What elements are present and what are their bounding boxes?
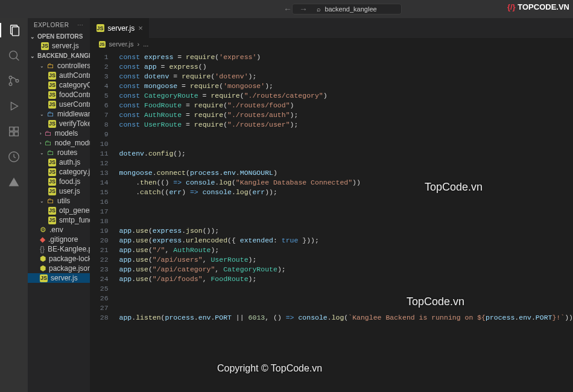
js-icon: JS (99, 41, 106, 48)
sidebar: EXPLORER ⋯ ⌄ OPEN EDITORS JS server.js ⌄… (28, 18, 90, 392)
item-label: user.js (59, 187, 80, 195)
nav-forward-icon[interactable]: → (299, 4, 308, 14)
js-icon: JS (48, 178, 56, 186)
js-icon: JS (48, 159, 56, 166)
file-item[interactable]: JSuser.js (28, 186, 90, 196)
js-icon: JS (48, 81, 56, 89)
project-section[interactable]: ⌄ BACKEND_KANGLEE 📄 📁 ⟳ ⊟ (28, 51, 90, 61)
explorer-title: EXPLORER (34, 22, 69, 28)
svg-rect-1 (12, 27, 19, 36)
folder-item[interactable]: ⌄🗀controllers (28, 61, 90, 71)
file-item[interactable]: ◆.gitignore (28, 235, 90, 244)
file-item[interactable]: JSserver.js (28, 273, 90, 283)
activity-azure-icon[interactable] (7, 175, 21, 189)
js-icon: JS (48, 207, 56, 215)
file-item[interactable]: JSsmtp_function.js (28, 215, 90, 225)
folder-icon: 🗀 (47, 148, 54, 157)
close-tab-icon[interactable]: × (138, 24, 143, 33)
file-item[interactable]: {}BE-Kanglee.postman_collecti... (28, 244, 90, 254)
explorer-header: EXPLORER ⋯ (28, 18, 90, 32)
item-label: smtp_function.js (59, 216, 90, 224)
folder-icon: 🗀 (47, 110, 54, 118)
item-label: otp_generator.js (59, 206, 90, 215)
brand-watermark: {/} TOPCODE.VN (507, 2, 569, 11)
chevron-icon: ⌄ (40, 63, 44, 69)
chevron-down-icon: ⌄ (30, 53, 35, 59)
item-label: models (55, 129, 78, 138)
open-editors-section[interactable]: ⌄ OPEN EDITORS (28, 32, 90, 41)
item-label: middleware (57, 110, 90, 118)
item-label: userController.js (59, 100, 90, 109)
folder-icon: 🗀 (47, 62, 54, 70)
item-label: auth.js (59, 158, 80, 166)
file-item[interactable]: JSfoodController.js (28, 90, 90, 100)
folder-icon: 🗀 (47, 197, 54, 205)
open-editor-item[interactable]: JS server.js (28, 41, 90, 51)
js-icon: JS (48, 72, 56, 80)
titlebar-search[interactable]: ⌕ backend_kanglee (292, 4, 401, 14)
item-label: category.js (59, 168, 90, 176)
js-icon: JS (40, 274, 48, 282)
item-label: package.json (49, 264, 90, 273)
item-label: node_modules (55, 139, 90, 147)
item-label: server.js (51, 274, 78, 282)
titlebar: ← → ⌕ backend_kanglee {/} TOPCODE.VN (0, 0, 573, 18)
js-icon: JS (97, 24, 104, 32)
folder-item[interactable]: ⌄🗀middleware (28, 109, 90, 119)
nav-back-icon[interactable]: ← (283, 4, 292, 14)
folder-item[interactable]: ⌄🗀utils (28, 196, 90, 206)
activity-timeline-icon[interactable] (7, 150, 21, 164)
file-item[interactable]: ⬢package-lock.json (28, 254, 90, 264)
file-item[interactable]: JScategory.js (28, 167, 90, 177)
chevron-icon: ⌄ (40, 112, 44, 117)
chevron-icon: ⌄ (40, 150, 44, 156)
chevron-icon: ⌄ (40, 198, 44, 204)
breadcrumb[interactable]: JS server.js › ... (90, 38, 573, 50)
file-item[interactable]: JSfood.js (28, 177, 90, 186)
item-label: .env (49, 226, 63, 234)
item-label: categoryController.js (59, 81, 90, 89)
svg-point-4 (9, 76, 12, 79)
folder-item[interactable]: ⌄🗀routes (28, 148, 90, 157)
file-item[interactable]: ⚙.env (28, 225, 90, 235)
activity-search-icon[interactable] (7, 48, 21, 63)
svg-rect-9 (14, 127, 18, 131)
file-item[interactable]: JSverifyToken.js (28, 119, 90, 128)
svg-rect-10 (10, 132, 13, 136)
activity-debug-icon[interactable] (7, 99, 21, 113)
file-item[interactable]: JSotp_generator.js (28, 206, 90, 215)
svg-rect-8 (10, 127, 13, 131)
line-gutter: 1234567891011121314151617181920212223242… (90, 50, 116, 392)
chevron-icon: › (40, 141, 42, 146)
file-item[interactable]: JSauth.js (28, 157, 90, 167)
js-icon: JS (48, 188, 56, 195)
tab-server-js[interactable]: JS server.js × (90, 18, 150, 38)
file-icon: ⚙ (40, 226, 46, 234)
js-icon: JS (48, 91, 56, 99)
activity-extensions-icon[interactable] (7, 124, 21, 139)
file-icon: ⬢ (40, 254, 46, 263)
item-label: routes (57, 148, 77, 157)
item-label: verifyToken.js (59, 119, 90, 128)
file-icon: ◆ (40, 235, 45, 244)
item-label: controllers (57, 62, 90, 70)
file-icon: {} (40, 245, 45, 253)
file-item[interactable]: JScategoryController.js (28, 80, 90, 90)
js-icon: JS (48, 120, 56, 128)
js-icon: JS (48, 217, 56, 224)
file-item[interactable]: JSauthController.js (28, 71, 90, 80)
editor: JS server.js × JS server.js › ... 123456… (90, 18, 573, 392)
folder-item[interactable]: ›🗀node_modules (28, 138, 90, 148)
chevron-down-icon: ⌄ (30, 34, 35, 40)
file-icon: ⬢ (40, 264, 46, 273)
tab-bar: JS server.js × (90, 18, 573, 38)
activity-bar (0, 18, 28, 392)
folder-item[interactable]: ›🗀models (28, 128, 90, 138)
code-area[interactable]: 1234567891011121314151617181920212223242… (90, 50, 573, 392)
activity-scm-icon[interactable] (7, 74, 21, 88)
code-content[interactable]: const express = require('express')const … (116, 50, 573, 392)
file-item[interactable]: ⬢package.json (28, 264, 90, 273)
file-item[interactable]: JSuserController.js (28, 100, 90, 109)
activity-explorer-icon[interactable] (0, 23, 28, 37)
explorer-more-icon[interactable]: ⋯ (77, 22, 84, 28)
